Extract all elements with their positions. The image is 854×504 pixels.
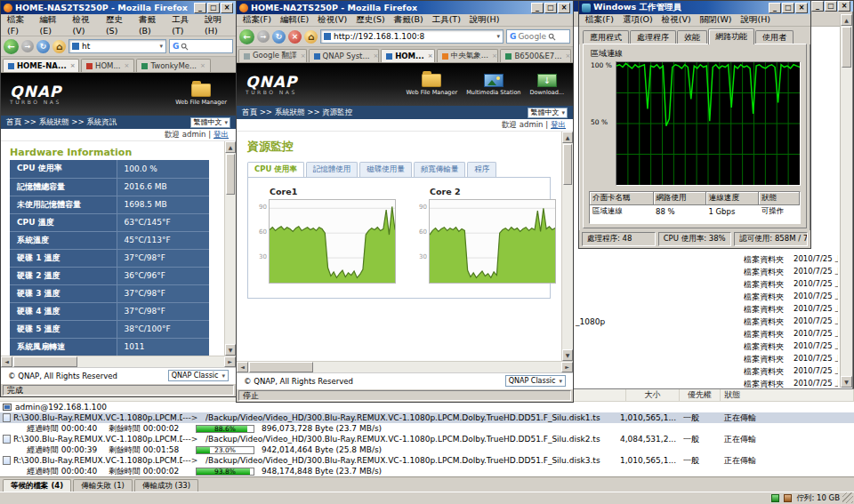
home-button[interactable]: ⌂ bbox=[52, 40, 66, 53]
column-priority[interactable]: 優先權 bbox=[680, 389, 721, 401]
scroll-thumb[interactable] bbox=[249, 362, 313, 372]
download-station-shortcut[interactable]: ↓ Download... bbox=[529, 74, 564, 96]
close-button[interactable]: × bbox=[795, 3, 808, 13]
tab-close-icon[interactable]: × bbox=[492, 52, 497, 60]
browser-tab[interactable]: 中央氣象...× bbox=[437, 49, 499, 62]
scroll-right-icon[interactable]: ► bbox=[561, 362, 573, 372]
tab-failed-transfers[interactable]: 傳輸失敗 (1) bbox=[73, 479, 133, 492]
scroll-right-icon[interactable]: ► bbox=[224, 356, 236, 367]
scroll-down-icon[interactable]: ▼ bbox=[225, 344, 236, 356]
resize-grip[interactable] bbox=[842, 492, 853, 503]
file-row[interactable]: _1080p 檔案資料夾 2010/7/25 上... bbox=[552, 316, 838, 328]
tab-applications[interactable]: 應用程式 bbox=[583, 30, 629, 44]
tab-queued-files[interactable]: 等候的檔案 (4) bbox=[3, 479, 71, 492]
theme-select[interactable]: QNAP Classic▾ bbox=[168, 370, 229, 381]
tab-close-icon[interactable]: × bbox=[125, 62, 130, 69]
menu-item[interactable]: 歷史(S) bbox=[101, 14, 134, 36]
menu-item[interactable]: 選項(O) bbox=[618, 14, 657, 26]
column-header[interactable]: 狀態 bbox=[759, 192, 800, 205]
reload-button[interactable]: ↻ bbox=[272, 30, 286, 44]
menu-item[interactable]: 檔案(F) bbox=[238, 14, 276, 26]
page-vertical-scrollbar[interactable]: ▲ ▼ bbox=[224, 141, 236, 356]
logout-link[interactable]: 登出 bbox=[214, 130, 229, 140]
browser-tab[interactable]: Google 翻譯× bbox=[238, 49, 307, 62]
search-input[interactable]: G bbox=[169, 39, 233, 53]
explorer-scrollbar[interactable]: ▲ ▼ bbox=[840, 14, 852, 388]
tab-memory-usage[interactable]: 記憶體使用 bbox=[306, 162, 359, 177]
reload-button[interactable]: ↻ bbox=[36, 40, 50, 53]
minimize-button[interactable]: _ bbox=[531, 3, 544, 13]
address-dropdown-icon[interactable]: ▾ bbox=[496, 33, 500, 40]
maximize-button[interactable]: □ bbox=[825, 1, 837, 12]
tab-processes[interactable]: 程序 bbox=[467, 162, 496, 177]
tab-performance[interactable]: 效能 bbox=[677, 30, 707, 44]
scroll-thumb[interactable] bbox=[563, 144, 572, 185]
logout-link[interactable]: 登出 bbox=[551, 120, 566, 131]
browser-tab[interactable]: B6500&E7...× bbox=[500, 49, 571, 62]
column-header[interactable]: 連線速度 bbox=[705, 192, 758, 205]
column-size[interactable]: 大小 bbox=[626, 389, 680, 401]
menu-item[interactable]: 編輯(E) bbox=[36, 14, 68, 36]
back-button[interactable]: ← bbox=[4, 39, 19, 54]
window-titlebar[interactable]: HOME-NA2TS250P - Mozilla Firefox _ □ × bbox=[237, 1, 573, 14]
menu-item[interactable]: 檢視(V) bbox=[657, 14, 696, 26]
address-bar[interactable]: ht ▾ bbox=[68, 39, 166, 53]
close-button[interactable]: × bbox=[221, 3, 233, 13]
column-status[interactable]: 狀態 bbox=[721, 389, 854, 401]
maximize-button[interactable]: □ bbox=[782, 3, 794, 13]
page-vertical-scrollbar[interactable]: ▲ ▼ bbox=[561, 132, 573, 361]
queue-server-row[interactable]: admin@192.168.1.100 bbox=[0, 402, 854, 412]
menu-item[interactable]: 歷史(S) bbox=[351, 14, 389, 26]
close-button[interactable]: × bbox=[558, 3, 570, 13]
window-titlebar[interactable]: Windows 工作管理員 _ □ × bbox=[579, 1, 810, 14]
column-header[interactable]: 網路使用 bbox=[653, 192, 705, 205]
stop-button[interactable]: × bbox=[288, 30, 302, 44]
forward-button[interactable]: → bbox=[21, 40, 34, 52]
file-row[interactable]: 檔案資料夾 2010/7/25 上... bbox=[552, 340, 838, 353]
file-row[interactable]: 檔案資料夾 2010/7/25 上... bbox=[552, 365, 838, 378]
file-row[interactable]: 檔案資料夾 2010/7/25 上... bbox=[552, 353, 838, 365]
scroll-thumb[interactable] bbox=[13, 356, 77, 367]
tab-close-icon[interactable]: × bbox=[200, 62, 205, 69]
language-select[interactable]: 繁體中文▾ bbox=[528, 108, 568, 118]
close-button[interactable]: × bbox=[838, 1, 850, 12]
queue-item[interactable]: R:\300.Blu-Ray.REMUX.VC-1.1080p.LPCM.Dol… bbox=[0, 434, 854, 455]
scroll-up-icon[interactable]: ▲ bbox=[562, 132, 573, 143]
maximize-button[interactable]: □ bbox=[544, 3, 557, 13]
file-row[interactable]: 檔案資料夾 2010/7/25 上... bbox=[552, 253, 838, 266]
web-file-manager-shortcut[interactable]: Web File Manager bbox=[407, 74, 458, 96]
tab-networking[interactable]: 網路功能 bbox=[708, 28, 754, 44]
menu-item[interactable]: 說明(H) bbox=[465, 14, 504, 26]
maximize-button[interactable]: □ bbox=[207, 3, 220, 13]
browser-tab-active[interactable]: HOME-NA...× bbox=[3, 59, 79, 72]
menu-item[interactable]: 編輯(E) bbox=[276, 14, 313, 26]
menu-item[interactable]: 書籤(B) bbox=[390, 14, 428, 26]
scroll-left-icon[interactable]: ◄ bbox=[1, 356, 12, 367]
minimize-button[interactable]: _ bbox=[194, 3, 206, 13]
tab-close-icon[interactable]: × bbox=[428, 52, 433, 60]
menu-item[interactable]: 工具(T) bbox=[167, 14, 200, 36]
tab-users[interactable]: 使用者 bbox=[755, 30, 794, 44]
browser-tab[interactable]: HOM...× bbox=[81, 59, 134, 72]
menu-item[interactable]: 關閉(W) bbox=[696, 14, 737, 26]
browser-tab-active[interactable]: HOM...× bbox=[381, 49, 435, 62]
file-row[interactable]: 檔案資料夾 2010/7/25 上... bbox=[552, 278, 838, 291]
tab-close-icon[interactable]: × bbox=[301, 52, 306, 60]
scroll-left-icon[interactable]: ◄ bbox=[237, 362, 248, 372]
minimize-button[interactable]: _ bbox=[811, 1, 824, 12]
tab-close-icon[interactable]: × bbox=[374, 52, 379, 60]
back-button[interactable]: ← bbox=[239, 29, 254, 44]
menu-item[interactable]: 檔案(F) bbox=[3, 14, 36, 36]
address-bar[interactable]: http://192.168.1.100:8 ▾ bbox=[320, 29, 504, 44]
file-row[interactable]: 檔案資料夾 2010/7/25 上... bbox=[552, 291, 838, 303]
scroll-down-icon[interactable]: ▼ bbox=[562, 349, 573, 361]
tab-cpu-usage[interactable]: CPU 使用率 bbox=[247, 162, 304, 177]
file-row[interactable]: 檔案資料夾 2010/7/25 上... bbox=[552, 266, 838, 278]
tab-processes[interactable]: 處理程序 bbox=[630, 30, 676, 44]
menu-item[interactable]: 檔案(F) bbox=[581, 14, 618, 26]
scroll-up-icon[interactable]: ▲ bbox=[225, 141, 236, 153]
column-header[interactable]: 介面卡名稱 bbox=[590, 192, 653, 205]
file-row[interactable]: 檔案資料夾 2010/7/25 上... bbox=[552, 303, 838, 316]
queue-item[interactable]: R:\300.Blu-Ray.REMUX.VC-1.1080p.LPCM.Dol… bbox=[0, 455, 854, 476]
browser-tab[interactable]: QNAP Syst...× bbox=[309, 49, 380, 62]
